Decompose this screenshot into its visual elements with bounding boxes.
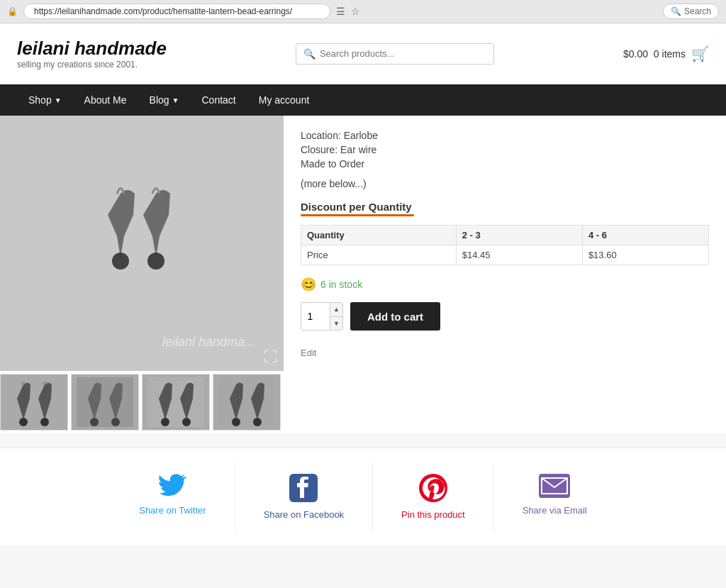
browser-bar: 🔒 https://leilanihandmade.com/product/he…	[0, 0, 726, 23]
qty-arrows: ▲ ▼	[330, 303, 342, 330]
table-cell-price-2-3: $14.45	[456, 245, 582, 265]
svg-point-1	[147, 253, 164, 270]
search-browser-label: Search	[684, 6, 711, 16]
thumbnail-row	[0, 371, 284, 433]
add-to-cart-row: 1 ▲ ▼ Add to cart	[301, 302, 709, 331]
table-header-quantity: Quantity	[301, 226, 457, 245]
search-icon: 🔍	[303, 48, 315, 60]
thumbnail-1[interactable]	[0, 374, 68, 431]
svg-rect-11	[218, 377, 275, 427]
svg-rect-2	[6, 377, 62, 427]
site-header: leilani handmade selling my creations si…	[0, 23, 726, 84]
attribute-closure: Closure: Ear wire	[301, 144, 709, 155]
svg-rect-8	[147, 377, 204, 427]
nav-item-about[interactable]: About Me	[73, 84, 138, 116]
nav-link-about[interactable]: About Me	[73, 84, 138, 116]
edit-link[interactable]: Edit	[301, 348, 316, 358]
cart-area: $0.00 0 items 🛒	[623, 45, 709, 62]
quantity-input[interactable]: 1	[301, 303, 330, 330]
nav-item-account[interactable]: My account	[247, 84, 321, 116]
table-cell-price-4-6: $13.60	[582, 245, 708, 265]
logo-tagline: selling my creations since 2001.	[17, 60, 167, 70]
lock-icon: 🔒	[7, 6, 18, 16]
add-to-cart-button[interactable]: Add to cart	[350, 302, 440, 331]
more-below-text: (more below...)	[301, 178, 709, 189]
chevron-down-icon: ▼	[55, 96, 62, 104]
svg-rect-5	[77, 377, 133, 427]
stock-icon: 😊	[301, 277, 316, 292]
url-bar[interactable]: https://leilanihandmade.com/product/hema…	[23, 4, 330, 19]
nav-link-account[interactable]: My account	[247, 84, 321, 116]
twitter-icon	[158, 474, 186, 498]
table-header-4-6: 4 - 6	[582, 226, 708, 245]
svg-point-13	[253, 418, 262, 426]
cart-icon[interactable]: 🛒	[691, 45, 709, 62]
main-product-image[interactable]: leilani handma... ⛶	[0, 116, 284, 371]
share-email-label: Share via Email	[523, 505, 587, 516]
discount-underline	[301, 214, 414, 216]
main-content: leilani handma... ⛶	[0, 116, 726, 433]
share-pinterest[interactable]: Pin this product	[373, 462, 494, 531]
share-facebook[interactable]: Share on Facebook	[235, 462, 373, 531]
thumb-svg-3	[147, 377, 204, 427]
bookmark-icon[interactable]: ☆	[351, 6, 360, 17]
cart-amount: $0.00 0 items	[623, 48, 686, 60]
thumbnail-2[interactable]	[71, 374, 139, 431]
svg-point-12	[232, 418, 240, 426]
share-twitter[interactable]: Share on Twitter	[111, 462, 235, 531]
table-header-2-3: 2 - 3	[456, 226, 582, 245]
nav-link-shop[interactable]: Shop ▼	[17, 84, 73, 116]
browser-search[interactable]: 🔍 Search	[663, 4, 719, 19]
qty-down-button[interactable]: ▼	[330, 317, 342, 331]
nav-link-blog[interactable]: Blog ▼	[138, 84, 191, 116]
expand-icon[interactable]: ⛶	[264, 349, 278, 365]
svg-point-7	[111, 418, 120, 426]
site-logo: leilani handmade selling my creations si…	[17, 38, 167, 70]
table-cell-price-label: Price	[301, 245, 457, 265]
search-input[interactable]	[320, 48, 486, 59]
logo-text[interactable]: leilani handmade	[17, 38, 167, 60]
qty-up-button[interactable]: ▲	[330, 303, 342, 317]
nav-link-contact[interactable]: Contact	[190, 84, 247, 116]
product-image-svg	[71, 172, 213, 314]
nav-item-shop[interactable]: Shop ▼	[17, 84, 73, 116]
product-details: Location: Earlobe Closure: Ear wire Made…	[284, 116, 726, 433]
email-icon	[539, 474, 570, 498]
thumbnail-4[interactable]	[213, 374, 281, 431]
social-share: Share on Twitter Share on Facebook Pin t…	[0, 448, 726, 545]
share-twitter-label: Share on Twitter	[139, 505, 206, 516]
svg-point-9	[161, 418, 169, 426]
main-nav: Shop ▼ About Me Blog ▼ Contact My accoun…	[0, 84, 726, 116]
svg-point-10	[182, 418, 191, 426]
thumb-svg-4	[218, 377, 275, 427]
discount-label: Discount per Quantity	[301, 201, 414, 216]
svg-point-4	[40, 418, 49, 426]
discount-section: Discount per Quantity Quantity 2 - 3 4 -…	[301, 201, 709, 265]
stock-info: 😊 6 in stock	[301, 277, 709, 292]
svg-point-0	[112, 253, 129, 270]
share-email[interactable]: Share via Email	[494, 462, 615, 531]
watermark-text: leilani handma...	[162, 335, 255, 350]
product-search-bar[interactable]: 🔍	[296, 43, 494, 65]
nav-item-blog[interactable]: Blog ▼	[138, 84, 191, 116]
attribute-made-to-order: Made to Order	[301, 158, 709, 170]
attribute-location: Location: Earlobe	[301, 130, 709, 141]
svg-point-6	[90, 418, 99, 426]
reader-icon[interactable]: ☰	[336, 6, 345, 17]
share-pinterest-label: Pin this product	[401, 509, 465, 520]
browser-icons: ☰ ☆	[336, 6, 360, 17]
table-row: Price $14.45 $13.60	[301, 245, 709, 265]
stock-count-text: 6 in stock	[320, 279, 362, 290]
product-images: leilani handma... ⛶	[0, 116, 284, 433]
discount-table: Quantity 2 - 3 4 - 6 Price $14.45 $13.60	[301, 225, 709, 265]
thumb-svg-2	[77, 377, 133, 427]
nav-item-contact[interactable]: Contact	[190, 84, 247, 116]
url-text: https://leilanihandmade.com/product/hema…	[34, 6, 292, 16]
chevron-down-icon-blog: ▼	[172, 96, 179, 104]
svg-point-3	[19, 418, 28, 426]
thumbnail-3[interactable]	[142, 374, 210, 431]
search-browser-icon: 🔍	[671, 6, 681, 16]
facebook-icon	[289, 474, 318, 502]
quantity-stepper[interactable]: 1 ▲ ▼	[301, 302, 343, 331]
thumb-svg-1	[6, 377, 62, 427]
